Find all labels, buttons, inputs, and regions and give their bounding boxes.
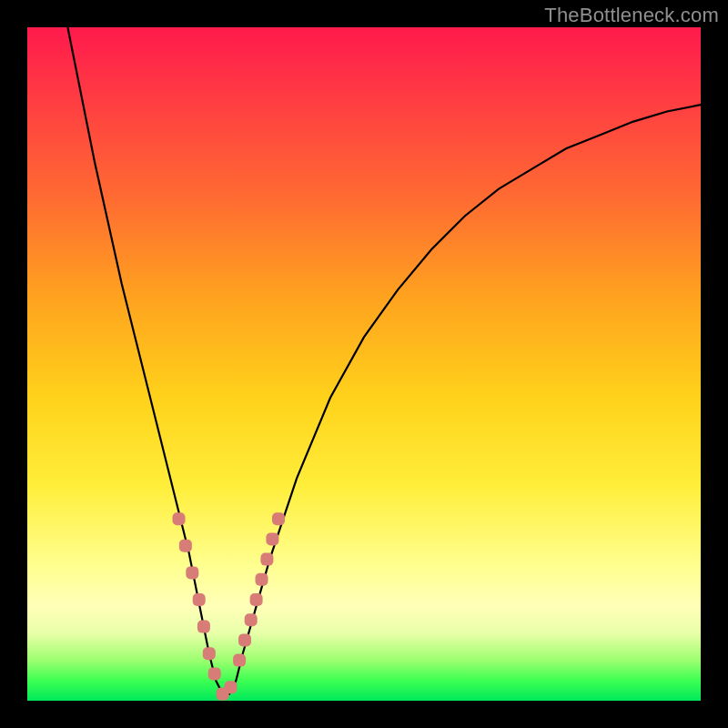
curve-marker bbox=[245, 613, 258, 626]
curve-marker bbox=[260, 553, 273, 566]
curve-marker bbox=[238, 633, 251, 646]
chart-svg bbox=[27, 27, 701, 701]
curve-marker bbox=[173, 512, 186, 525]
curve-marker bbox=[250, 593, 263, 606]
curve-marker bbox=[266, 532, 278, 545]
curve-marker bbox=[186, 566, 198, 579]
curve-marker bbox=[203, 647, 216, 660]
marker-group bbox=[173, 512, 286, 700]
bottleneck-curve bbox=[67, 27, 701, 694]
outer-frame: TheBottleneck.com bbox=[0, 0, 728, 728]
curve-marker bbox=[179, 540, 192, 552]
curve-marker bbox=[193, 593, 206, 606]
curve-marker bbox=[233, 654, 246, 667]
curve-marker bbox=[208, 667, 221, 680]
watermark-text: TheBottleneck.com bbox=[544, 4, 719, 27]
curve-marker bbox=[272, 512, 285, 525]
curve-marker bbox=[256, 573, 268, 586]
curve-marker bbox=[197, 621, 210, 633]
curve-marker bbox=[225, 681, 238, 693]
